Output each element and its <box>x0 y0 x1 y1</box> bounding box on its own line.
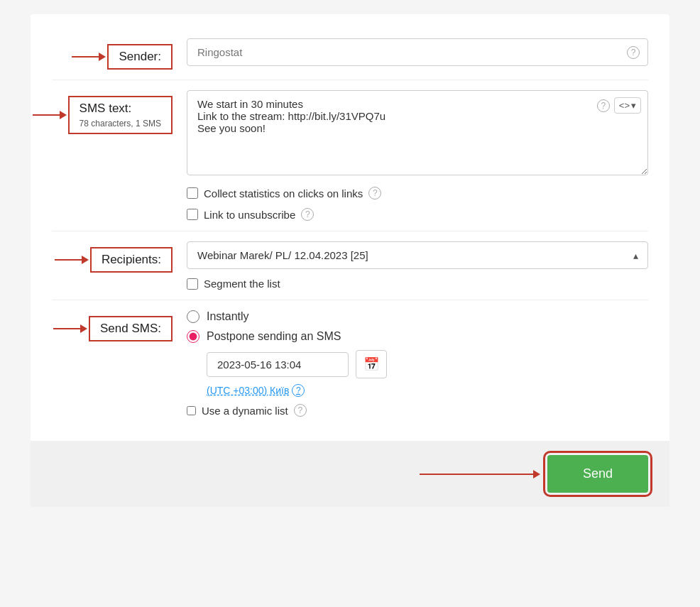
datetime-input[interactable] <box>207 352 349 377</box>
dynamic-list-checkbox[interactable] <box>187 406 196 415</box>
sender-arrow-line <box>72 56 99 58</box>
recipients-dropdown[interactable]: Webinar Marek/ PL/ 12.04.2023 [25] <box>187 241 648 269</box>
send-arrow-line <box>420 474 533 475</box>
sender-input[interactable] <box>187 38 648 66</box>
datetime-row: 📅 <box>207 350 648 378</box>
dynamic-list-row: Use a dynamic list ? <box>187 404 648 417</box>
calendar-icon: 📅 <box>363 357 379 371</box>
statistics-help-icon[interactable]: ? <box>368 187 381 199</box>
form-footer: Send <box>31 441 669 507</box>
sender-label-box: Sender: <box>107 44 173 70</box>
recipients-section: Recipients: Webinar Marek/ PL/ 12.04.202… <box>31 231 669 300</box>
instantly-radio-row: Instantly <box>187 310 648 323</box>
send-sms-section: Send SMS: Instantly Postpone sending an … <box>31 300 669 427</box>
sms-label-col: SMS text: 78 characters, 1 SMS <box>52 90 173 134</box>
sender-label: Sender: <box>119 50 161 63</box>
recipients-label-col: Recipients: <box>52 241 173 273</box>
dynamic-list-label: Use a dynamic list <box>202 405 288 417</box>
segment-checkbox-row: Segment the list <box>187 278 648 290</box>
unsubscribe-label: Link to unsubscribe <box>204 209 295 221</box>
unsubscribe-checkbox[interactable] <box>187 209 198 220</box>
timezone-text: (UTC +03:00) Київ <box>207 385 289 396</box>
send-btn-wrapper: Send <box>547 455 648 493</box>
sms-label-box: SMS text: 78 characters, 1 SMS <box>68 96 173 134</box>
code-icon: <> <box>619 100 630 111</box>
recipients-arrow <box>55 256 89 264</box>
segment-checkbox[interactable] <box>187 278 198 290</box>
sms-label: SMS text: <box>80 102 132 115</box>
instantly-radio[interactable] <box>187 310 199 323</box>
sms-arrow-head <box>60 111 67 119</box>
sms-content: We start in 30 minutes Link to the strea… <box>187 90 648 221</box>
send-sms-arrow <box>53 324 87 333</box>
send-sms-label-box: Send SMS: <box>89 316 173 341</box>
code-dropdown-arrow: ▾ <box>631 100 636 111</box>
sms-arrow-line <box>33 114 60 116</box>
sender-help-icon[interactable]: ? <box>627 46 640 59</box>
sender-input-wrapper: ? <box>187 38 648 66</box>
unsubscribe-help-icon[interactable]: ? <box>301 208 314 221</box>
timezone-link[interactable]: (UTC +03:00) Київ ? <box>207 384 648 397</box>
send-arrow <box>420 470 540 479</box>
postpone-radio[interactable] <box>187 330 199 343</box>
recipients-content: Webinar Marek/ PL/ 12.04.2023 [25] ▴ Seg… <box>187 241 648 290</box>
statistics-checkbox[interactable] <box>187 187 198 199</box>
send-sms-arrow-line <box>53 328 80 329</box>
recipients-label-box: Recipients: <box>90 247 173 273</box>
instantly-label: Instantly <box>207 310 249 323</box>
send-sms-arrow-head <box>80 324 87 333</box>
sender-label-col: Sender: <box>52 38 173 70</box>
sms-help-icon[interactable]: ? <box>597 99 610 112</box>
sender-arrow-head <box>99 53 106 61</box>
calendar-button[interactable]: 📅 <box>356 350 387 378</box>
postpone-radio-row: Postpone sending an SMS <box>187 330 648 343</box>
send-sms-label: Send SMS: <box>100 322 161 335</box>
recipients-label: Recipients: <box>102 253 161 266</box>
page-wrapper: Sender: ? SMS text: 78 characters, 1 SMS <box>31 14 669 507</box>
statistics-label: Collect statistics on clicks on links <box>204 187 363 199</box>
send-sms-content: Instantly Postpone sending an SMS 📅 (UTC… <box>187 310 648 417</box>
recipients-dropdown-wrapper: Webinar Marek/ PL/ 12.04.2023 [25] ▴ <box>187 241 648 269</box>
statistics-checkbox-row: Collect statistics on clicks on links ? <box>187 187 648 199</box>
send-arrow-head <box>533 470 540 479</box>
sms-char-count: 78 characters, 1 SMS <box>80 119 161 128</box>
segment-label: Segment the list <box>204 278 280 290</box>
sms-arrow <box>33 111 67 119</box>
sender-arrow <box>72 53 106 61</box>
send-sms-label-col: Send SMS: <box>52 310 173 341</box>
sender-section: Sender: ? <box>31 28 669 80</box>
sms-textarea-wrapper: We start in 30 minutes Link to the strea… <box>187 90 648 178</box>
unsubscribe-checkbox-row: Link to unsubscribe ? <box>187 208 648 221</box>
sms-code-button[interactable]: <> ▾ <box>614 97 641 114</box>
recipients-arrow-head <box>82 256 89 264</box>
timezone-help-icon[interactable]: ? <box>292 384 305 397</box>
sender-content: ? <box>187 38 648 66</box>
sms-textarea[interactable]: We start in 30 minutes Link to the strea… <box>187 90 648 175</box>
sms-text-section: SMS text: 78 characters, 1 SMS We start … <box>31 80 669 231</box>
sms-icons-group: ? <> ▾ <box>597 97 641 114</box>
send-button[interactable]: Send <box>547 455 648 493</box>
dynamic-list-help-icon[interactable]: ? <box>294 404 307 417</box>
postpone-label: Postpone sending an SMS <box>207 330 341 343</box>
recipients-arrow-line <box>55 259 82 261</box>
